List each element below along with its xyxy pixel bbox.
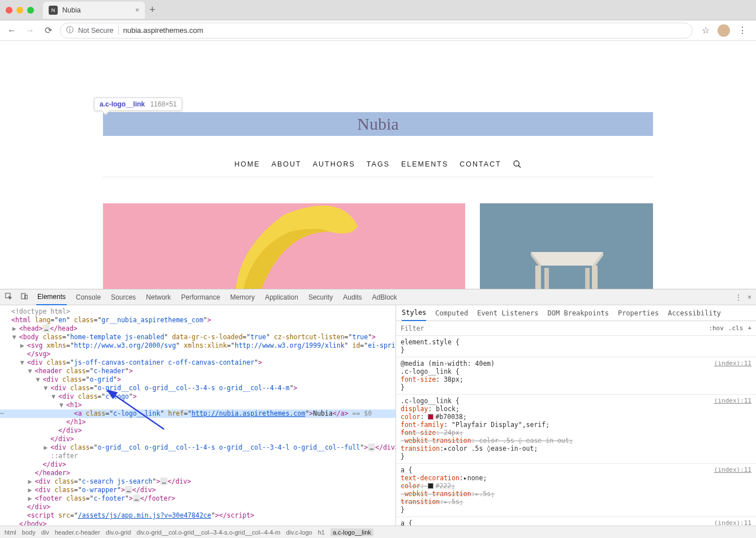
traffic-lights xyxy=(6,7,34,14)
devtools-tabs: Elements Console Sources Network Perform… xyxy=(0,289,756,305)
inspect-tooltip: a.c-logo__link 1168×51 xyxy=(94,97,182,111)
reload-button[interactable]: ⟳ xyxy=(42,25,54,36)
post-card-small[interactable] xyxy=(480,203,653,289)
page-viewport: a.c-logo__link 1168×51 Nubia HOME ABOUT … xyxy=(0,41,756,289)
maximize-window-button[interactable] xyxy=(27,7,34,14)
breadcrumb-item[interactable]: a.c-logo__link xyxy=(330,528,373,536)
svg-rect-9 xyxy=(585,268,590,289)
site-logo: Nubia xyxy=(357,114,398,134)
tab-security[interactable]: Security xyxy=(307,289,334,305)
post-card-large[interactable] xyxy=(103,203,465,289)
breadcrumb-item[interactable]: body xyxy=(22,529,36,536)
svg-line-1 xyxy=(518,165,521,168)
svg-point-0 xyxy=(514,161,519,166)
styles-tab-breakpoints[interactable]: DOM Breakpoints xyxy=(548,309,609,317)
breadcrumb-item[interactable]: header.c-header xyxy=(55,529,100,536)
profile-avatar[interactable] xyxy=(718,24,730,37)
dom-tree[interactable]: <!doctype html><html lang="en" class="gr… xyxy=(0,305,396,526)
hov-toggle[interactable]: :hov xyxy=(708,324,724,332)
devtools-close-icon[interactable]: × xyxy=(748,293,751,301)
tab-memory[interactable]: Memory xyxy=(229,289,256,305)
post-image-banana xyxy=(216,203,363,289)
nav-contact[interactable]: CONTACT xyxy=(459,160,501,168)
styles-tab-properties[interactable]: Properties xyxy=(618,309,659,317)
tab-favicon: N xyxy=(49,6,58,15)
tooltip-selector: a.c-logo__link xyxy=(100,100,145,108)
breadcrumb-item[interactable]: div xyxy=(41,529,49,536)
browser-menu-icon[interactable]: ⋮ xyxy=(738,25,747,36)
inspect-element-icon[interactable] xyxy=(5,292,12,302)
devtools-menu-icon[interactable]: ⋮ xyxy=(735,293,742,301)
nav-authors[interactable]: AUTHORS xyxy=(313,160,355,168)
styles-panel: Styles Computed Event Listeners DOM Brea… xyxy=(396,305,756,526)
tab-elements[interactable]: Elements xyxy=(36,289,67,305)
minimize-window-button[interactable] xyxy=(16,7,23,14)
tab-performance[interactable]: Performance xyxy=(180,289,221,305)
css-rules[interactable]: element.style {}(index):11@media (min-wi… xyxy=(396,336,756,526)
svg-rect-8 xyxy=(544,268,549,289)
device-toolbar-icon[interactable] xyxy=(20,292,28,302)
search-icon[interactable] xyxy=(513,160,522,169)
new-style-rule-icon[interactable]: + xyxy=(748,324,751,332)
breadcrumb-item[interactable]: div.o-grid__col.o-grid__col--3-4-s.o-gri… xyxy=(136,529,280,536)
styles-filter-input[interactable] xyxy=(401,324,704,332)
close-window-button[interactable] xyxy=(6,7,12,14)
svg-marker-3 xyxy=(531,252,603,266)
window-titlebar: N Nubia × + xyxy=(0,0,756,20)
tooltip-dimensions: 1168×51 xyxy=(150,100,177,108)
nav-elements[interactable]: ELEMENTS xyxy=(401,160,448,168)
svg-rect-6 xyxy=(535,266,541,289)
breadcrumb-item[interactable]: div.o-grid xyxy=(106,529,131,536)
dom-breadcrumbs[interactable]: htmlbodydivheader.c-headerdiv.o-griddiv.… xyxy=(0,526,756,538)
breadcrumb-item[interactable]: h1 xyxy=(318,529,325,536)
url-text: nubia.aspirethemes.com xyxy=(123,26,204,35)
bookmark-icon[interactable]: ☆ xyxy=(702,25,710,36)
url-field[interactable]: ⓘ Not Secure nubia.aspirethemes.com xyxy=(60,23,693,39)
tab-adblock[interactable]: AdBlock xyxy=(371,289,398,305)
tab-console[interactable]: Console xyxy=(75,289,102,305)
nav-divider xyxy=(103,177,653,177)
cls-toggle[interactable]: .cls xyxy=(728,324,744,332)
tab-audits[interactable]: Audits xyxy=(342,289,363,305)
logo-highlight[interactable]: Nubia xyxy=(103,112,653,136)
post-image-stool xyxy=(519,235,615,289)
security-chip: Not Secure xyxy=(78,27,114,35)
new-tab-button[interactable]: + xyxy=(149,4,156,16)
nav-about[interactable]: ABOUT xyxy=(272,160,302,168)
tab-application[interactable]: Application xyxy=(264,289,299,305)
tab-network[interactable]: Network xyxy=(145,289,172,305)
breadcrumb-item[interactable]: html xyxy=(5,529,16,536)
devtools-panel: Elements Console Sources Network Perform… xyxy=(0,289,756,538)
styles-tab-accessibility[interactable]: Accessibility xyxy=(668,309,721,317)
styles-tab-listeners[interactable]: Event Listeners xyxy=(477,309,538,317)
primary-nav: HOME ABOUT AUTHORS TAGS ELEMENTS CONTACT xyxy=(0,160,756,169)
styles-tab-styles[interactable]: Styles xyxy=(402,305,426,321)
nav-tags[interactable]: TAGS xyxy=(367,160,390,168)
breadcrumb-item[interactable]: div.c-logo xyxy=(286,529,312,536)
info-icon[interactable]: ⓘ xyxy=(66,25,74,35)
close-tab-icon[interactable]: × xyxy=(135,6,139,14)
forward-button[interactable]: → xyxy=(24,25,36,36)
tab-sources[interactable]: Sources xyxy=(110,289,137,305)
styles-tab-computed[interactable]: Computed xyxy=(435,309,468,317)
browser-tab[interactable]: N Nubia × xyxy=(43,2,145,19)
tab-title: Nubia xyxy=(62,6,131,14)
address-bar: ← → ⟳ ⓘ Not Secure nubia.aspirethemes.co… xyxy=(0,20,756,41)
back-button[interactable]: ← xyxy=(6,25,18,36)
nav-home[interactable]: HOME xyxy=(234,160,260,168)
svg-rect-7 xyxy=(592,266,598,289)
